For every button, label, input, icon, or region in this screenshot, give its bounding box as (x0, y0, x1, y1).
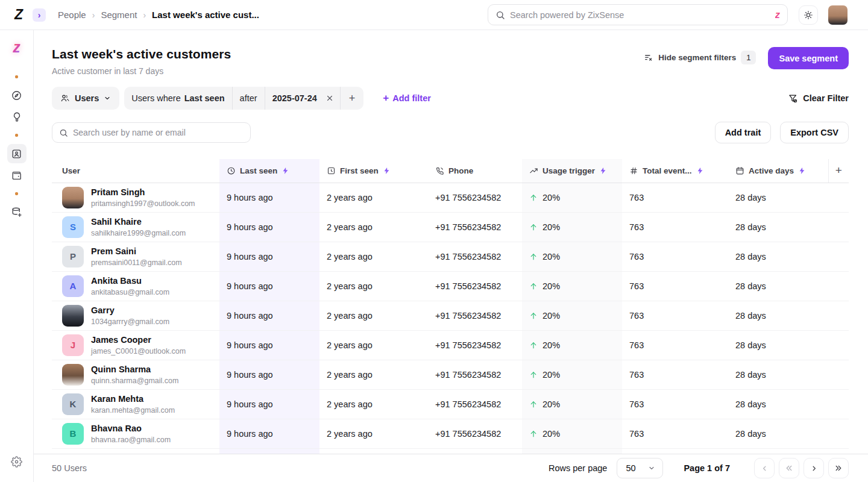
chevrons-left-icon (785, 464, 793, 472)
pagination-first-button[interactable] (779, 458, 799, 478)
table-row[interactable]: J James Cooper james_C0001@outlook.com 9… (52, 330, 849, 360)
add-trait-button[interactable]: Add trait (715, 122, 772, 143)
user-name: Garry (91, 305, 169, 316)
hide-segment-filters-button[interactable]: Hide segment filters 1 (644, 47, 756, 64)
user-search[interactable] (52, 122, 251, 143)
sidebar-item-billing[interactable] (7, 166, 27, 185)
column-header-active-days[interactable]: Active days (728, 159, 828, 183)
people-icon (11, 148, 22, 160)
column-header-phone[interactable]: Phone (428, 159, 522, 183)
table-row[interactable]: Garry 1034garrry@gmail.com 9 hours ago 2… (52, 301, 849, 330)
chevrons-right-icon (834, 464, 843, 472)
column-header-usage-trigger[interactable]: Usage trigger (522, 159, 622, 183)
user-avatar[interactable] (828, 5, 848, 25)
user-name: Ankita Basu (91, 275, 169, 286)
rows-per-page-select[interactable]: 50 (617, 458, 663, 478)
flash-icon (798, 167, 806, 175)
clear-filter-button[interactable]: Clear Filter (788, 93, 849, 104)
column-header-last-seen[interactable]: Last seen (219, 159, 319, 183)
column-header-user[interactable]: User (52, 159, 219, 183)
flash-icon (599, 167, 607, 175)
calendar-icon (735, 166, 744, 175)
flash-icon (281, 167, 289, 175)
page-title: Last week's active customers (52, 47, 231, 61)
section-dot-icon (15, 75, 18, 78)
global-search[interactable]: z (488, 4, 788, 25)
global-search-input[interactable] (510, 10, 770, 20)
column-header-total-events[interactable]: Total event... (622, 159, 728, 183)
filter-value[interactable]: 2025-07-24 (272, 93, 317, 103)
user-email: karan.mehta@gmail.com (91, 406, 175, 415)
export-csv-button[interactable]: Export CSV (780, 122, 849, 143)
table-row[interactable]: A Ankita Basu ankitabasu@gmail.com 9 hou… (52, 271, 849, 301)
breadcrumb-segment[interactable]: Segment (101, 10, 137, 20)
chevron-right-icon (810, 465, 818, 472)
column-header-first-seen[interactable]: First seen (319, 159, 428, 183)
chevron-down-icon (104, 95, 111, 102)
clock-icon (227, 166, 236, 175)
entity-select[interactable]: Users (52, 87, 119, 110)
cell-phone: +91 7556234582 (428, 330, 522, 360)
arrow-up-icon (529, 252, 538, 261)
cell-usage-trigger: 20% (522, 212, 622, 242)
remove-filter-button[interactable] (324, 87, 340, 110)
avatar: K (62, 393, 84, 415)
cell-usage-trigger: 20% (522, 360, 622, 389)
add-column-button[interactable]: + (829, 159, 849, 183)
users-table: User Last seen (52, 159, 849, 454)
user-name: Quinn Sharma (91, 364, 178, 375)
add-condition-button[interactable]: + (341, 87, 364, 110)
topbar: Z › People › Segment › Last week's activ… (0, 0, 868, 30)
breadcrumb-people[interactable]: People (58, 10, 86, 20)
pagination-next-button[interactable] (804, 458, 824, 478)
main-content: Last week's active customers Active cust… (34, 30, 868, 482)
sidebar-item-dashboard[interactable] (7, 86, 27, 105)
cell-active-days: 28 days (728, 271, 828, 301)
cell-total-events: 763 (622, 242, 728, 271)
table-row[interactable]: Pritam Singh pritamsingh1997@outlook.com… (52, 183, 849, 212)
cell-last-seen: 9 hours ago (219, 183, 319, 212)
filter-operator[interactable]: after (233, 87, 265, 110)
brand-gradient-logo: z (13, 39, 20, 56)
table-row[interactable]: S Sahil Khaire sahilkhaire1999@gmail.com… (52, 212, 849, 242)
cell-last-seen: 9 hours ago (219, 419, 319, 448)
table-row[interactable]: Quinn Sharma quinn.sharma@gmail.com 9 ho… (52, 360, 849, 389)
filter-field[interactable]: Last seen (184, 93, 225, 103)
theme-toggle-button[interactable] (799, 5, 818, 25)
cell-total-events: 763 (622, 183, 728, 212)
cell-phone: +91 7556234582 (428, 212, 522, 242)
search-icon (495, 10, 505, 20)
cell-first-seen: 2 years ago (319, 360, 428, 389)
pagination-prev-button[interactable] (754, 458, 775, 478)
app-logo[interactable]: Z (11, 7, 27, 23)
filter-chip: Users where Last seen after 2025-07-24 + (124, 87, 363, 110)
sidebar-item-people[interactable] (7, 144, 27, 163)
avatar: A (62, 275, 84, 297)
sidebar-item-data-sources[interactable] (7, 202, 27, 222)
cell-active-days: 28 days (728, 212, 828, 242)
sidebar-item-insights[interactable] (7, 107, 27, 127)
user-name: Sahil Khaire (91, 216, 186, 227)
bulb-icon (11, 111, 22, 122)
save-segment-button[interactable]: Save segment (768, 47, 849, 69)
table-row[interactable]: B Bhavna Rao bhavna.rao@gmail.com 9 hour… (52, 419, 849, 448)
add-filter-button[interactable]: + Add filter (383, 92, 431, 104)
arrow-up-icon (529, 282, 538, 290)
sidebar-expand-button[interactable]: › (33, 8, 46, 22)
cell-total-events: 763 (622, 301, 728, 330)
page-indicator: Page 1 of 7 (684, 463, 730, 473)
cell-total-events: 763 (622, 271, 728, 301)
avatar: S (62, 216, 84, 238)
user-search-input[interactable] (73, 128, 244, 137)
compass-icon (11, 90, 22, 101)
cell-total-events: 763 (622, 419, 728, 448)
user-name: Karan Mehta (91, 393, 175, 404)
sidebar-item-settings[interactable] (7, 452, 27, 471)
avatar (62, 364, 84, 386)
cell-last-seen: 9 hours ago (219, 330, 319, 360)
user-email: ankitabasu@gmail.com (91, 288, 169, 296)
table-body: Pritam Singh pritamsingh1997@outlook.com… (52, 183, 849, 454)
table-row[interactable]: K Karan Mehta karan.mehta@gmail.com 9 ho… (52, 389, 849, 419)
pagination-last-button[interactable] (828, 458, 849, 478)
table-row[interactable]: P Prem Saini premsaini0011@gmail.com 9 h… (52, 242, 849, 271)
